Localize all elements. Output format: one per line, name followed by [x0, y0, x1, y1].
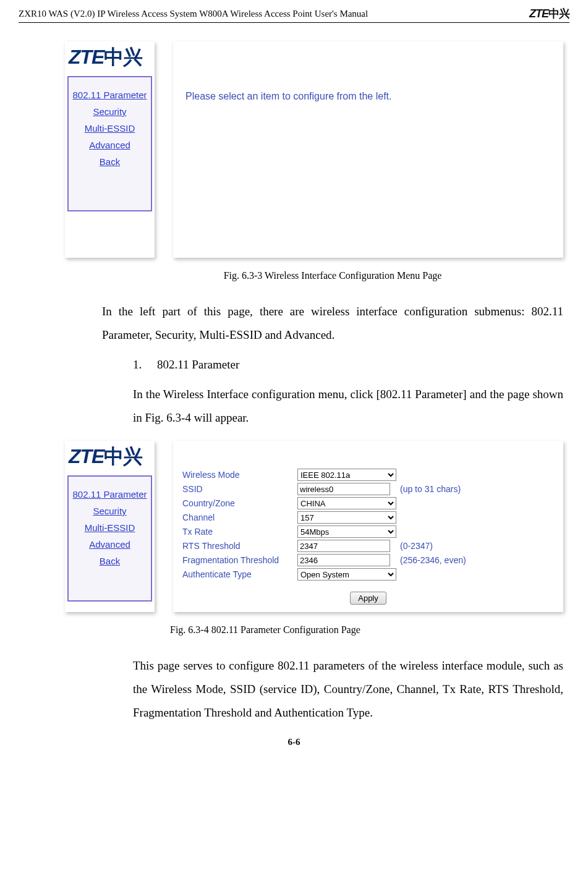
paragraph-description: This page serves to configure 802.11 par… — [133, 654, 563, 725]
input-ssid[interactable] — [297, 483, 390, 495]
input-frag[interactable] — [297, 554, 390, 566]
label-txrate: Tx Rate — [182, 527, 294, 537]
zte-logo: ZTE中兴 — [65, 41, 155, 74]
nav-security[interactable]: Security — [69, 506, 151, 516]
page-number: 6-6 — [19, 737, 569, 747]
zte-logo: ZTE中兴 — [65, 441, 155, 473]
figure-6-3-3: ZTE中兴 802.11 Parameter Security Multi-ES… — [65, 41, 563, 258]
label-ssid: SSID — [182, 484, 294, 494]
figure-6-3-4: ZTE中兴 802.11 Parameter Security Multi-ES… — [65, 441, 563, 612]
apply-button[interactable]: Apply — [350, 592, 386, 605]
select-country[interactable]: CHINA — [297, 497, 396, 509]
hint-ssid: (up to 31 chars) — [400, 484, 554, 494]
select-channel[interactable]: 157 — [297, 511, 396, 524]
paragraph-instruction: In the Wireless Interface configuration … — [133, 383, 563, 430]
label-wireless-mode: Wireless Mode — [182, 470, 294, 480]
nav-panel: ZTE中兴 802.11 Parameter Security Multi-ES… — [65, 41, 155, 258]
label-auth: Authenticate Type — [182, 569, 294, 579]
figure-caption-1: Fig. 6.3-3 Wireless Interface Configurat… — [102, 270, 563, 281]
nav-multi-essid[interactable]: Multi-ESSID — [69, 522, 151, 533]
nav-security[interactable]: Security — [69, 106, 151, 117]
nav-back[interactable]: Back — [69, 556, 151, 566]
input-rts[interactable] — [297, 540, 390, 552]
select-txrate[interactable]: 54Mbps — [297, 525, 396, 538]
nav-back[interactable]: Back — [69, 156, 151, 167]
hint-rts: (0-2347) — [400, 541, 554, 551]
header-title: ZXR10 WAS (V2.0) IP Wireless Access Syst… — [19, 9, 368, 19]
paragraph-intro: In the left part of this page, there are… — [102, 300, 563, 347]
form-pane: Wireless Mode IEEE 802.11a SSID (up to 3… — [173, 441, 563, 612]
label-rts: RTS Threshold — [182, 541, 294, 551]
nav-advanced[interactable]: Advanced — [69, 539, 151, 550]
nav-advanced[interactable]: Advanced — [69, 140, 151, 150]
label-frag: Fragmentation Threshold — [182, 555, 294, 565]
label-country: Country/Zone — [182, 498, 294, 508]
hint-frag: (256-2346, even) — [400, 555, 554, 565]
nav-80211-parameter[interactable]: 802.11 Parameter — [69, 90, 151, 100]
nav-80211-parameter[interactable]: 802.11 Parameter — [69, 489, 151, 500]
nav-panel: ZTE中兴 802.11 Parameter Security Multi-ES… — [65, 441, 155, 612]
zte-logo-header: ZTE中兴 — [529, 6, 569, 21]
content-pane: Please select an item to configure from … — [173, 41, 563, 258]
list-item-1: 1. 802.11 Parameter — [133, 358, 563, 372]
nav-multi-essid[interactable]: Multi-ESSID — [69, 123, 151, 134]
page-header: ZXR10 WAS (V2.0) IP Wireless Access Syst… — [19, 6, 569, 23]
select-auth[interactable]: Open System — [297, 568, 396, 581]
prompt-text: Please select an item to configure from … — [185, 91, 392, 101]
select-wireless-mode[interactable]: IEEE 802.11a — [297, 469, 396, 481]
label-channel: Channel — [182, 513, 294, 522]
figure-caption-2: Fig. 6.3-4 802.11 Parameter Configuratio… — [170, 624, 563, 636]
